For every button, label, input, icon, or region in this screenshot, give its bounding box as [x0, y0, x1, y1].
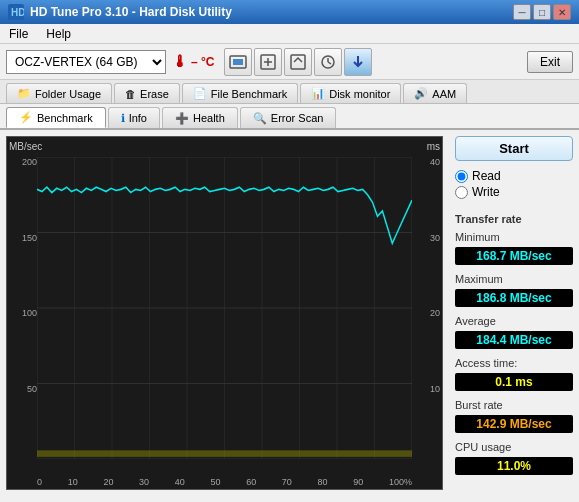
burst-rate-label: Burst rate: [455, 399, 573, 411]
tab-disk-monitor[interactable]: 📊 Disk monitor: [300, 83, 401, 103]
icon-btn-3[interactable]: [284, 48, 312, 76]
icon-btn-5[interactable]: [344, 48, 372, 76]
svg-rect-3: [233, 59, 243, 65]
chart-svg: [37, 157, 412, 459]
radio-group: Read Write: [455, 169, 573, 199]
main-content: MB/sec ms 200 150 100 50 40 30 20 10: [0, 130, 579, 496]
menu-bar: File Help: [0, 24, 579, 44]
svg-line-10: [328, 62, 331, 64]
burst-rate-value: 142.9 MB/sec: [455, 415, 573, 433]
start-button[interactable]: Start: [455, 136, 573, 161]
app-icon: HD: [8, 4, 24, 20]
tab-file-benchmark-label: File Benchmark: [211, 88, 287, 100]
chart-area: MB/sec ms 200 150 100 50 40 30 20 10: [6, 136, 443, 490]
access-time-value: 0.1 ms: [455, 373, 573, 391]
title-text: HD Tune Pro 3.10 - Hard Disk Utility: [30, 5, 232, 19]
average-label: Average: [455, 315, 573, 327]
title-bar-controls: ─ □ ✕: [513, 4, 571, 20]
tab-aam-label: AAM: [432, 88, 456, 100]
disk-select[interactable]: OCZ-VERTEX (64 GB): [6, 50, 166, 74]
icon-btn-1[interactable]: [224, 48, 252, 76]
svg-text:HD: HD: [11, 7, 24, 18]
temp-indicator: 🌡 – °C: [172, 53, 214, 71]
tab-health[interactable]: ➕ Health: [162, 107, 238, 128]
icon-btn-4[interactable]: [314, 48, 342, 76]
benchmark-icon: ⚡: [19, 111, 33, 124]
erase-icon: 🗑: [125, 88, 136, 100]
title-bar-left: HD HD Tune Pro 3.10 - Hard Disk Utility: [8, 4, 232, 20]
close-button[interactable]: ✕: [553, 4, 571, 20]
cpu-usage-label: CPU usage: [455, 441, 573, 453]
minimum-value: 168.7 MB/sec: [455, 247, 573, 265]
tab-bar-outer: 📁 Folder Usage 🗑 Erase 📄 File Benchmark …: [0, 80, 579, 104]
minimum-label: Minimum: [455, 231, 573, 243]
tab-folder-usage[interactable]: 📁 Folder Usage: [6, 83, 112, 103]
radio-write[interactable]: Write: [455, 185, 573, 199]
tab-disk-monitor-label: Disk monitor: [329, 88, 390, 100]
error-scan-icon: 🔍: [253, 112, 267, 125]
tab-health-label: Health: [193, 112, 225, 124]
file-icon: 📄: [193, 87, 207, 100]
access-time-label: Access time:: [455, 357, 573, 369]
health-icon: ➕: [175, 112, 189, 125]
tab-benchmark[interactable]: ⚡ Benchmark: [6, 107, 106, 128]
tab-folder-usage-label: Folder Usage: [35, 88, 101, 100]
maximize-button[interactable]: □: [533, 4, 551, 20]
tab-bar-inner: ⚡ Benchmark ℹ Info ➕ Health 🔍 Error Scan: [0, 104, 579, 130]
menu-help[interactable]: Help: [43, 26, 74, 42]
tab-benchmark-label: Benchmark: [37, 112, 93, 124]
chart-unit-left: MB/sec: [9, 141, 42, 152]
toolbar: OCZ-VERTEX (64 GB) 🌡 – °C Exit: [0, 44, 579, 80]
radio-read-input[interactable]: [455, 170, 468, 183]
y-axis-left: 200 150 100 50: [9, 157, 37, 459]
tab-error-scan-label: Error Scan: [271, 112, 324, 124]
x-axis-labels: 0 10 20 30 40 50 60 70 80 90 100%: [37, 477, 412, 487]
radio-read-label: Read: [472, 169, 501, 183]
icon-btn-2[interactable]: [254, 48, 282, 76]
svg-rect-27: [37, 450, 412, 456]
sidebar: Start Read Write Transfer rate Minimum 1…: [449, 130, 579, 496]
minimize-button[interactable]: ─: [513, 4, 531, 20]
tab-file-benchmark[interactable]: 📄 File Benchmark: [182, 83, 298, 103]
radio-write-label: Write: [472, 185, 500, 199]
maximum-value: 186.8 MB/sec: [455, 289, 573, 307]
thermometer-icon: 🌡: [172, 53, 188, 71]
menu-file[interactable]: File: [6, 26, 31, 42]
radio-write-input[interactable]: [455, 186, 468, 199]
average-value: 184.4 MB/sec: [455, 331, 573, 349]
aam-icon: 🔊: [414, 87, 428, 100]
tab-info[interactable]: ℹ Info: [108, 107, 160, 128]
y-axis-right: 40 30 20 10: [430, 157, 440, 459]
tab-erase[interactable]: 🗑 Erase: [114, 83, 180, 103]
monitor-icon: 📊: [311, 87, 325, 100]
tab-erase-label: Erase: [140, 88, 169, 100]
info-icon: ℹ: [121, 112, 125, 125]
folder-icon: 📁: [17, 87, 31, 100]
tab-info-label: Info: [129, 112, 147, 124]
maximum-label: Maximum: [455, 273, 573, 285]
title-bar: HD HD Tune Pro 3.10 - Hard Disk Utility …: [0, 0, 579, 24]
cpu-usage-value: 11.0%: [455, 457, 573, 475]
chart-unit-right: ms: [427, 141, 440, 152]
toolbar-icons: [224, 48, 372, 76]
transfer-rate-label: Transfer rate: [455, 213, 573, 225]
radio-read[interactable]: Read: [455, 169, 573, 183]
temp-value: – °C: [191, 55, 214, 69]
chart-grid: [37, 157, 412, 459]
tab-aam[interactable]: 🔊 AAM: [403, 83, 467, 103]
tab-error-scan[interactable]: 🔍 Error Scan: [240, 107, 337, 128]
exit-button[interactable]: Exit: [527, 51, 573, 73]
